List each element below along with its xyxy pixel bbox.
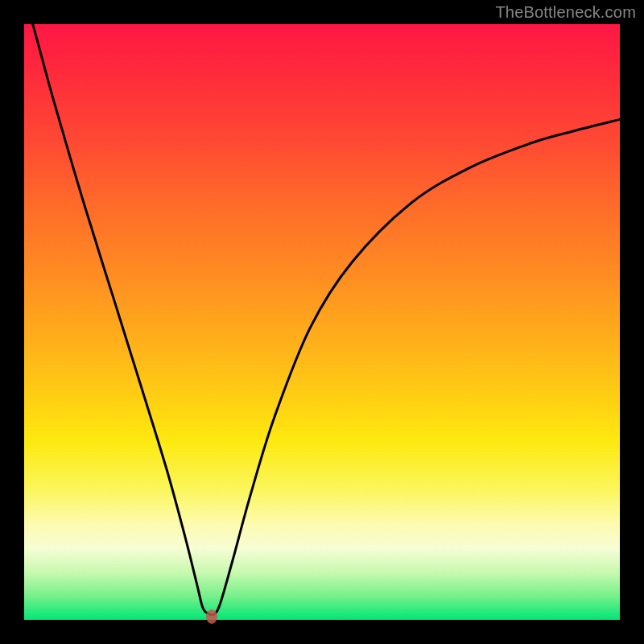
watermark-text: TheBottleneck.com (495, 3, 636, 22)
bottleneck-curve (24, 24, 620, 620)
plot-area (24, 24, 620, 620)
minimum-marker (206, 609, 217, 624)
chart-frame: TheBottleneck.com (0, 0, 644, 644)
